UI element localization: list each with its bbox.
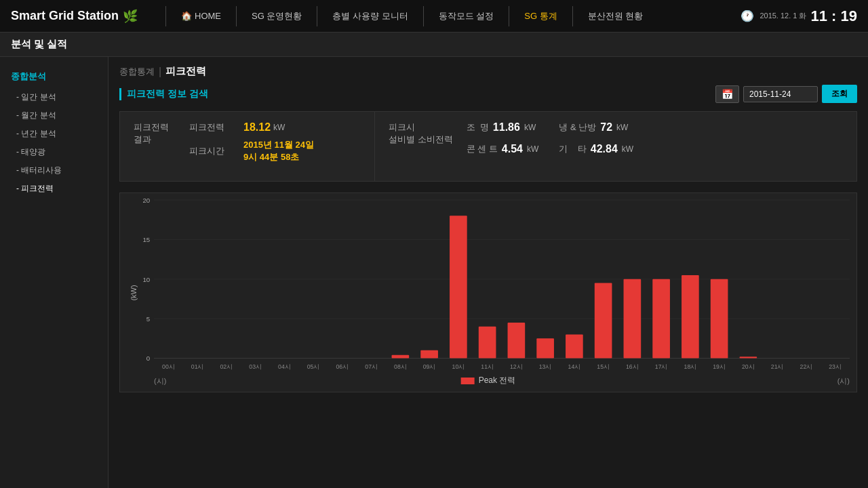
nav-floor-monitor[interactable]: 층별 사용량 모니터 <box>320 0 420 32</box>
chart-right-axis-label: (시) <box>837 376 850 386</box>
logo-area: Smart Grid Station 🌿 <box>0 9 163 24</box>
right-section-title: 피크시설비별 소비전력 <box>389 121 453 146</box>
svg-rect-42 <box>740 357 757 359</box>
nav-home-label: HOME <box>195 11 221 21</box>
nav-distributed-power[interactable]: 분산전원 현황 <box>576 0 656 32</box>
svg-rect-26 <box>508 323 526 359</box>
calendar-button[interactable]: 📅 <box>715 85 739 103</box>
bar-chart: 0510152000시01시02시03시04시05시06시07시08시09시10… <box>154 200 850 371</box>
leaf-icon: 🌿 <box>123 9 138 24</box>
nav-divider-1 <box>236 6 237 26</box>
nav-divider-4 <box>509 6 509 26</box>
device-hvac-unit: kW <box>616 123 628 132</box>
svg-text:02시: 02시 <box>220 363 233 370</box>
sidebar: 종합분석 - 일간 분석 - 월간 분석 - 년간 분석 - 태양광 - 배터리… <box>0 57 108 488</box>
svg-text:05시: 05시 <box>307 363 320 370</box>
peak-power-row: 피크전력 18.12 kW <box>189 121 314 134</box>
sub-header: 분석 및 실적 <box>0 33 868 57</box>
sidebar-item-solar[interactable]: - 태양광 <box>0 143 108 161</box>
nav-distributed-power-label: 분산전원 현황 <box>588 10 644 22</box>
svg-rect-24 <box>479 327 496 359</box>
svg-rect-32 <box>595 283 612 359</box>
chart-legend: Peak 전력 <box>461 375 516 386</box>
svg-text:20: 20 <box>142 197 150 204</box>
peak-time-label: 피크시간 <box>189 145 243 157</box>
sidebar-section-title: 종합분석 <box>0 68 108 88</box>
header: Smart Grid Station 🌿 🏠 HOME SG 운영현황 층별 사… <box>0 0 868 33</box>
svg-text:09시: 09시 <box>423 363 436 370</box>
clock-date: 2015. 12. 1 화 <box>760 11 806 21</box>
breadcrumb-separator: | <box>159 66 161 78</box>
svg-text:15: 15 <box>142 237 150 244</box>
legend-color-box <box>461 378 475 384</box>
nav-sg-status-label: SG 운영현황 <box>252 10 302 22</box>
svg-rect-40 <box>711 279 728 359</box>
sidebar-item-yearly[interactable]: - 년간 분석 <box>0 125 108 143</box>
clock-time: 11 : 19 <box>811 7 858 25</box>
search-bar-label: 피크전력 정보 검색 <box>119 88 715 100</box>
svg-rect-30 <box>566 335 583 359</box>
clock-icon: 🕐 <box>741 9 754 22</box>
svg-text:16시: 16시 <box>626 363 639 370</box>
svg-text:20시: 20시 <box>742 363 755 370</box>
svg-rect-34 <box>624 279 642 359</box>
peak-time-value: 2015년 11월 24일9시 44분 58초 <box>243 139 314 163</box>
svg-text:06시: 06시 <box>336 363 349 370</box>
svg-rect-20 <box>420 350 438 359</box>
nav-home[interactable]: 🏠 HOME <box>169 0 233 32</box>
device-other-value: 42.84 <box>591 143 618 155</box>
device-other-label: 기 타 <box>559 143 586 155</box>
date-input[interactable] <box>743 86 818 102</box>
svg-text:5: 5 <box>146 315 150 323</box>
svg-text:18시: 18시 <box>684 363 697 370</box>
info-panel: 피크전력결과 피크전력 18.12 kW 피크시간 2015년 11월 24일9… <box>119 111 857 182</box>
nav-divider-3 <box>423 6 424 26</box>
device-콘센트-value: 4.54 <box>502 143 523 155</box>
nav-floor-monitor-label: 층별 사용량 모니터 <box>332 10 408 22</box>
svg-text:0: 0 <box>146 355 151 363</box>
breadcrumb-section: 종합통계 <box>119 66 155 78</box>
chart-left-axis-label: (시) <box>154 376 166 386</box>
search-button[interactable]: 조회 <box>822 85 857 103</box>
chart-container: (kW) 0510152000시01시02시03시04시05시06시07시08시… <box>119 192 857 392</box>
svg-text:12시: 12시 <box>510 363 523 370</box>
peak-power-unit: kW <box>273 123 285 132</box>
device-other-unit: kW <box>622 144 633 154</box>
device-조명-label: 조 명 <box>467 121 489 134</box>
svg-text:22시: 22시 <box>800 363 813 370</box>
content-area: 종합통계 | 피크전력 피크전력 정보 검색 📅 조회 피크전력결과 <box>108 57 868 488</box>
nav-sg-stats-label: SG 통계 <box>524 10 557 22</box>
svg-text:08시: 08시 <box>394 363 407 370</box>
sidebar-item-monthly[interactable]: - 월간 분석 <box>0 106 108 125</box>
sidebar-item-battery[interactable]: - 배터리사용 <box>0 161 108 180</box>
peak-time-row: 피크시간 2015년 11월 24일9시 44분 58초 <box>189 139 314 163</box>
main-nav: 🏠 HOME SG 운영현황 층별 사용량 모니터 동작모드 설정 SG 통계 … <box>169 0 730 32</box>
info-panel-right: 피크시설비별 소비전력 조 명 11.86 kW 콘 센 트 4.54 <box>375 112 856 181</box>
nav-operation-mode-label: 동작모드 설정 <box>439 10 494 22</box>
chart-y-axis-label: (kW) <box>130 285 138 300</box>
main-layout: 종합분석 - 일간 분석 - 월간 분석 - 년간 분석 - 태양광 - 배터리… <box>0 57 868 488</box>
svg-text:17시: 17시 <box>655 363 668 370</box>
breadcrumb: 종합통계 | 피크전력 <box>119 65 857 78</box>
sidebar-item-peak[interactable]: - 피크전력 <box>0 180 108 198</box>
sidebar-item-daily[interactable]: - 일간 분석 <box>0 88 108 106</box>
svg-rect-22 <box>450 216 467 359</box>
nav-operation-mode[interactable]: 동작모드 설정 <box>427 0 507 32</box>
svg-text:23시: 23시 <box>829 363 842 370</box>
svg-text:10시: 10시 <box>452 363 465 370</box>
legend-label: Peak 전력 <box>479 375 516 386</box>
home-icon: 🏠 <box>181 11 192 21</box>
breadcrumb-current: 피크전력 <box>165 65 206 78</box>
nav-sg-status[interactable]: SG 운영현황 <box>239 0 314 32</box>
left-section-title: 피크전력결과 <box>134 121 169 146</box>
svg-text:11시: 11시 <box>481 363 494 370</box>
nav-divider-5 <box>572 6 573 26</box>
svg-text:00시: 00시 <box>162 363 175 370</box>
svg-text:10: 10 <box>142 276 150 283</box>
device-hvac-label: 냉 & 난방 <box>559 121 596 134</box>
svg-text:01시: 01시 <box>191 363 204 370</box>
peak-power-value: 18.12 <box>243 121 271 134</box>
search-controls: 📅 조회 <box>715 85 857 103</box>
device-hvac-value: 72 <box>600 121 612 134</box>
nav-sg-stats[interactable]: SG 통계 <box>512 0 569 32</box>
